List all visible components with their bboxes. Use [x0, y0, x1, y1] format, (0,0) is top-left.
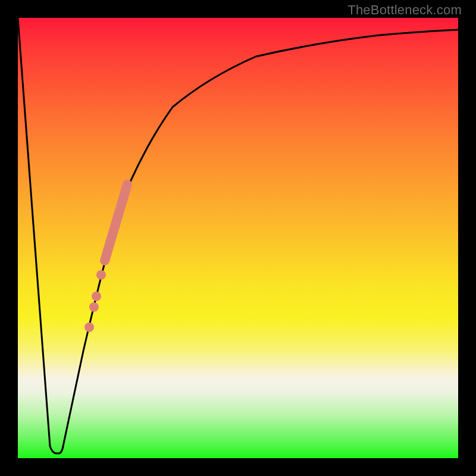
chart-svg	[18, 18, 458, 458]
plot-area	[18, 18, 458, 458]
highlight-dot	[84, 322, 94, 332]
highlight-dot	[96, 270, 106, 280]
highlight-dot	[89, 302, 99, 312]
highlight-dot	[92, 292, 101, 301]
chart-frame: TheBottleneck.com	[0, 0, 476, 476]
highlight-segment	[105, 184, 127, 261]
watermark-text: TheBottleneck.com	[347, 2, 462, 18]
curve-path	[18, 18, 458, 453]
